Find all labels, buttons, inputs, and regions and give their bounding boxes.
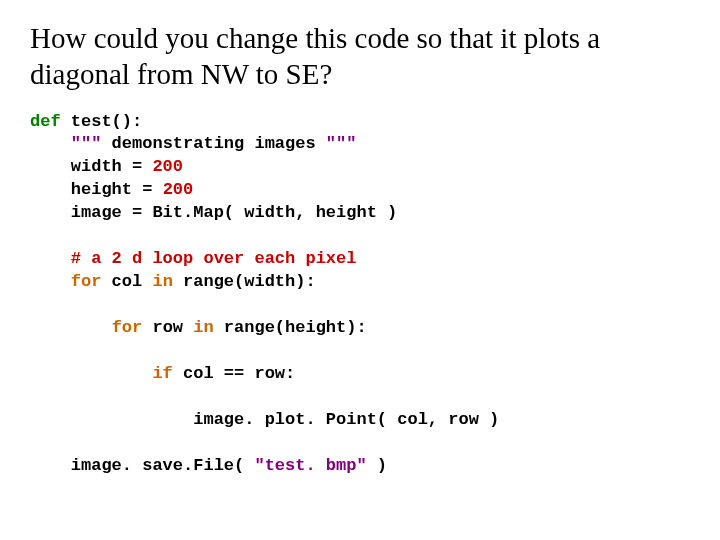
kw-if: if <box>152 364 172 383</box>
kw-for2: for <box>112 318 143 337</box>
kw-in1: in <box>152 272 172 291</box>
width-val: 200 <box>152 157 183 176</box>
save-suffix: ) <box>367 456 387 475</box>
comment-line: # a 2 d loop over each pixel <box>30 249 356 268</box>
plot-call: image. plot. Point( col, row ) <box>30 410 499 429</box>
for1-indent <box>30 272 71 291</box>
height-lhs: height = <box>30 180 163 199</box>
width-lhs: width = <box>30 157 152 176</box>
if-cond: col == row: <box>173 364 295 383</box>
kw-def: def <box>30 112 61 131</box>
for2-range: range(height): <box>214 318 367 337</box>
docstring-open: """ <box>30 134 101 153</box>
docstring-body: demonstrating images <box>101 134 325 153</box>
kw-in2: in <box>193 318 213 337</box>
docstring-close: """ <box>326 134 357 153</box>
if-indent <box>30 364 152 383</box>
for2-indent <box>30 318 112 337</box>
save-prefix: image. save.File( <box>30 456 254 475</box>
for2-var: row <box>142 318 193 337</box>
kw-for1: for <box>71 272 102 291</box>
code-block: def test(): """ demonstrating images """… <box>30 111 690 478</box>
save-str: "test. bmp" <box>254 456 366 475</box>
fn-sig: test(): <box>61 112 143 131</box>
for1-range: range(width): <box>173 272 316 291</box>
image-assign: image = Bit.Map( width, height ) <box>30 203 397 222</box>
slide-title: How could you change this code so that i… <box>30 20 690 93</box>
for1-var: col <box>101 272 152 291</box>
height-val: 200 <box>163 180 194 199</box>
